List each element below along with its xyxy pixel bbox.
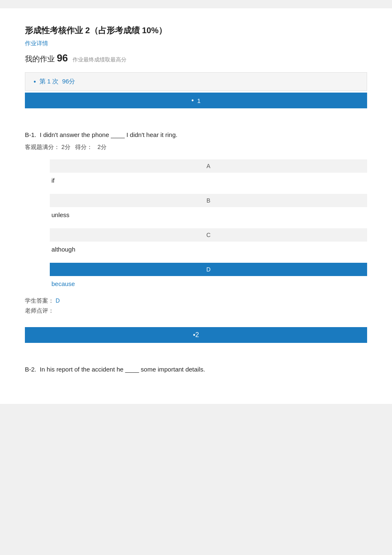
option-a-container[interactable]: A if (50, 159, 367, 190)
option-c-container[interactable]: C although (50, 228, 367, 259)
question-1-text: B-1. I didn't answer the phone ____ I di… (25, 129, 367, 140)
my-score-num: 96 (57, 52, 68, 64)
question-2-body: In his report of the accident he ____ so… (40, 366, 205, 373)
option-d-value: because (50, 278, 367, 293)
student-answer-label: 学生答案： (25, 297, 54, 304)
question-1-body: I didn't answer the phone ____ I didn't … (40, 131, 178, 138)
nav1-dot: • (192, 97, 194, 104)
student-answer: 学生答案： D (25, 297, 367, 305)
question-2-id: B-2. (25, 366, 37, 373)
score-value: 2分 (97, 144, 107, 150)
attempt-label: 第 1 次 96分 (39, 78, 75, 86)
option-d-container[interactable]: D because (50, 263, 367, 293)
detail-link[interactable]: 作业详情 (25, 40, 48, 47)
teacher-comment-label: 老师点评： (25, 307, 54, 314)
question-2-text: B-2. In his report of the accident he __… (25, 364, 367, 375)
question-1-id: B-1. (25, 131, 37, 138)
question-2-block: B-2. In his report of the accident he __… (25, 364, 367, 375)
page-container: 形成性考核作业 2（占形考成绩 10%） 作业详情 我的作业 96 作业最终成绩… (0, 8, 392, 404)
question-2-nav-bar[interactable]: • 2 (25, 327, 367, 343)
my-score-row: 我的作业 96 作业最终成绩取最高分 (25, 52, 367, 64)
max-score-value: 2分 (61, 144, 71, 150)
option-b-container[interactable]: B unless (50, 194, 367, 224)
score-label: 得分： (75, 144, 93, 150)
assignment-title: 形成性考核作业 2（占形考成绩 10%） (25, 25, 367, 36)
teacher-comment: 老师点评： (25, 307, 367, 315)
question-1-block: B-1. I didn't answer the phone ____ I di… (25, 129, 367, 315)
my-score-note: 作业最终成绩取最高分 (73, 56, 127, 63)
option-d-header[interactable]: D (50, 263, 367, 276)
option-b-value: unless (50, 209, 367, 224)
option-c-header[interactable]: C (50, 228, 367, 242)
question-1-score-info: 客观题满分： 2分 得分： 2分 (25, 144, 367, 151)
student-answer-value: D (56, 297, 60, 304)
nav2-num: 2 (195, 331, 199, 339)
max-score-label: 客观题满分： (25, 144, 60, 150)
attempt-row[interactable]: • 第 1 次 96分 (25, 72, 367, 91)
option-b-header[interactable]: B (50, 194, 367, 207)
nav1-num: 1 (197, 97, 200, 104)
question-1-nav-bar[interactable]: • 1 (25, 93, 367, 108)
option-a-header[interactable]: A (50, 159, 367, 173)
attempt-dot: • (34, 78, 36, 86)
my-score-label: 我的作业 (25, 55, 55, 63)
option-c-value: although (50, 243, 367, 259)
option-a-value: if (50, 174, 367, 190)
